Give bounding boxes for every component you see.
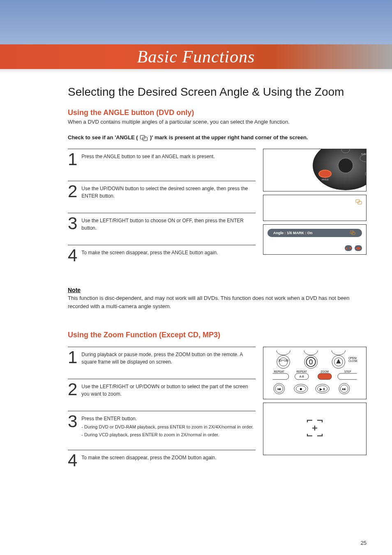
content-area: Selecting the Desired Screen Angle & Usi… [0,69,392,482]
ab-label: A-B [300,375,304,378]
zoom-step-1: 1 During playback or pause mode, press t… [68,347,256,367]
next-icon: ⏭ [342,387,346,391]
step-number-2: 2 [68,184,77,199]
svg-point-2 [341,149,350,153]
zoom-diagrams: 3D/+100 0 OPEN/ CLOSE REPEAT REPEAT A-B … [263,347,367,482]
angle-step-3-text: Use the LEFT/RIGHT button to choose ON o… [81,216,256,232]
angle-steps-left: 1 Press the ANGLE button to see if an AN… [68,149,256,277]
screen-diagram-1 [263,195,367,221]
svg-point-1 [338,158,353,173]
repeat-label: REPEAT [274,370,285,373]
screen-diagram-2: Angle : 1/6 MARK : On ▲▼ ◀▶ [263,224,367,255]
zoom-crosshair-diagram [263,403,367,455]
check-note-post: )' mark is present at the upper right ha… [150,134,308,140]
zoom-step-3-text: Press the ENTER button. - During DVD or … [81,414,254,438]
angle-bar-text: Angle : 1/6 MARK : On [273,231,350,235]
zoom-step-number-3: 3 [68,414,77,429]
zoom-step-2-text: Use the LEFT/RIGHT or UP/DOWN or button … [81,382,256,398]
zoom-subsection-title: Using the Zoom Function (Except CD, MP3) [68,331,367,339]
zoom-step-3-main: Press the ENTER button. [81,416,137,421]
zoom-label: ZOOM [321,370,329,373]
zoom-steps-left: 1 During playback or pause mode, press t… [68,347,256,482]
zoom-step-3: 3 Press the ENTER button. - During DVD o… [68,411,256,438]
zoom-step-3-sub1: - During DVD or DVD-RAM playback, press … [81,424,254,430]
angle-bar-icon [350,230,356,235]
angle-steps-container: 1 Press the ANGLE button to see if an AN… [68,149,367,277]
angle-check-note: Check to see if an 'ANGLE ( )' mark is p… [68,134,367,142]
angle-status-bar: Angle : 1/6 MARK : On [267,229,362,237]
zoom-step-2: 2 Use the LEFT/RIGHT or UP/DOWN or butto… [68,379,256,399]
nav-leftright-icon: ◀▶ [355,245,362,251]
remote-zoom-svg: 3D/+100 0 OPEN/ CLOSE REPEAT REPEAT A-B … [267,350,363,396]
open-close-label: OPEN/ [348,357,357,359]
repeat-ab-label: REPEAT [297,370,307,373]
title-banner: Basic Functions [0,44,392,69]
prev-icon: ⏮ [277,387,281,391]
angle-step-4: 4 To make the screen disappear, press th… [68,245,256,265]
angle-step-1: 1 Press the ANGLE button to see if an AN… [68,149,256,169]
angle-subsection-desc: When a DVD contains multiple angles of a… [68,118,367,126]
angle-icon [139,134,148,141]
top-banner [0,0,392,44]
angle-step-1-text: Press the ANGLE button to see if an ANGE… [81,152,214,160]
three-d-label: 3D/+100 [278,359,288,362]
section-title: Selecting the Desired Screen Angle & Usi… [68,85,367,99]
nav-updown-icon: ▲▼ [345,245,352,251]
page-title: Basic Functions [137,47,255,67]
svg-point-4 [319,170,331,177]
zero-label: 0 [309,358,313,366]
remote-zoom-diagram: 3D/+100 0 OPEN/ CLOSE REPEAT REPEAT A-B … [263,347,367,399]
zoom-step-number-4: 4 [68,453,77,468]
zoom-step-1-text: During playback or pause mode, press the… [81,350,256,366]
zoom-step-3-sub2: - During VCD playback, press ENTER to zo… [81,432,254,438]
angle-diagrams: CLEAR SUBTITLE ANGLE AUDIO [263,149,367,277]
note-text: This function is disc-dependent, and may… [68,294,367,310]
play-icon: ▶⏸ [320,387,325,391]
angle-step-2: 2 Use the UP/DOWN button to select the d… [68,181,256,201]
zoom-step-4: 4 To make the screen disappear, press th… [68,450,256,470]
zoom-step-4-text: To make the screen disappear, press the … [81,453,216,461]
remote-dial-svg: CLEAR SUBTITLE ANGLE AUDIO [292,149,367,191]
page-number: 25 [361,540,367,546]
angle-step-4-text: To make the screen disappear, press the … [81,248,218,256]
step-label: STEP [344,370,351,373]
zoom-steps-container: 1 During playback or pause mode, press t… [68,347,367,482]
angle-step-3: 3 Use the LEFT/RIGHT button to choose ON… [68,213,256,233]
svg-text:CLOSE: CLOSE [348,359,358,362]
svg-marker-17 [336,359,341,364]
note-heading: Note [68,287,367,293]
subtitle-label: SUBTITLE [361,153,367,155]
check-note-pre: Check to see if an 'ANGLE ( [68,134,138,140]
zoom-step-number-1: 1 [68,350,77,365]
stop-icon: ■ [300,387,302,391]
angle-mark-icon [355,199,363,206]
nav-arrows: ▲▼ ◀▶ [345,245,362,251]
step-number-3: 3 [68,216,77,231]
angle-subsection-title: Using the ANGLE button (DVD only) [68,108,367,117]
angle-label: ANGLE [322,178,329,181]
zoom-step-number-2: 2 [68,382,77,397]
svg-rect-20 [318,373,332,380]
crosshair-icon [303,419,326,439]
step-number-1: 1 [68,152,77,167]
step-number-4: 4 [68,248,77,263]
remote-diagram: CLEAR SUBTITLE ANGLE AUDIO [263,149,367,191]
angle-step-2-text: Use the UP/DOWN button to select the des… [81,184,256,200]
